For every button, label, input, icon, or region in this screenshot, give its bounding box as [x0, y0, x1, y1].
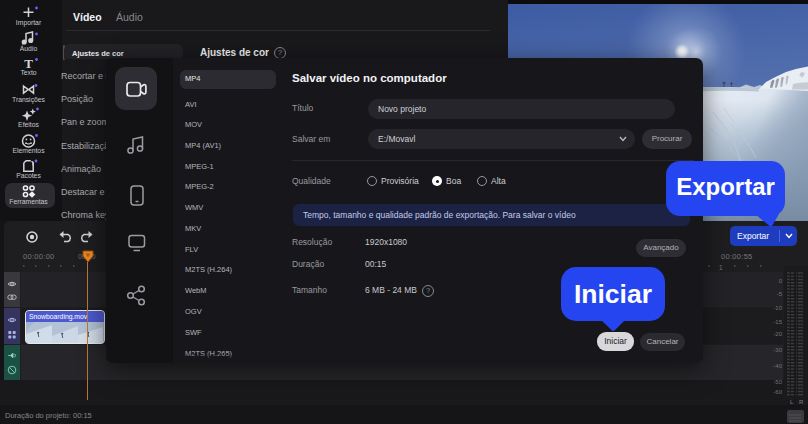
svg-text:Ferramentas: Ferramentas — [9, 198, 48, 205]
svg-text:Elementos: Elementos — [12, 147, 45, 154]
svg-text:-30: -30 — [773, 347, 782, 353]
svg-text:-15: -15 — [773, 319, 782, 325]
svg-text:L: L — [790, 399, 794, 405]
svg-text:-40: -40 — [773, 363, 782, 369]
svg-text:Transições: Transições — [12, 96, 46, 104]
svg-text:Pacotes: Pacotes — [16, 172, 41, 179]
svg-text:Importar: Importar — [16, 19, 42, 27]
svg-text:-50: -50 — [773, 379, 782, 385]
svg-text:Efeitos: Efeitos — [18, 121, 39, 128]
svg-text:-60: -60 — [773, 389, 782, 395]
svg-text:R: R — [799, 399, 804, 405]
svg-text:-20: -20 — [773, 331, 782, 337]
svg-text:1: 1 — [719, 264, 723, 271]
svg-text:Áudio: Áudio — [20, 44, 38, 52]
svg-text:0: 0 — [779, 278, 783, 284]
svg-text:Texto: Texto — [20, 69, 36, 76]
svg-text:-5: -5 — [777, 291, 783, 297]
svg-text:-10: -10 — [773, 305, 782, 311]
